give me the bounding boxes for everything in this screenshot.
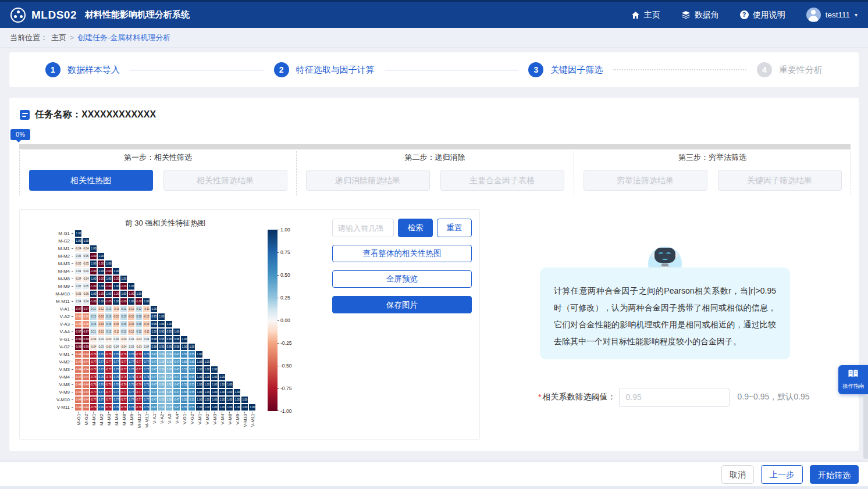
axis-tick <box>86 412 86 413</box>
nav-item-data-corner[interactable]: 数据角 <box>681 10 719 20</box>
axis-tick <box>72 399 73 400</box>
heatmap-cell: -0.97 <box>82 305 90 313</box>
heatmap-cell: 1.00 <box>226 396 233 404</box>
heatmap-cell: -0.44 <box>74 381 82 388</box>
heatmap-cell: -0.77 <box>120 396 127 404</box>
axis-tick <box>154 412 154 413</box>
heatmap-cell: 1.00 <box>105 275 112 283</box>
tab-correlation-filter-result[interactable]: 相关性筛选结果 <box>163 170 287 191</box>
heatmap-cell: 0.11 <box>120 305 127 313</box>
heatmap-cell: -0.36 <box>74 313 82 320</box>
heatmap-cell: 0.55 <box>188 358 195 366</box>
save-image-button[interactable]: 保存图片 <box>332 296 472 313</box>
heatmap-cell: 1.00 <box>203 388 211 396</box>
heatmap-cell: 0.47 <box>150 396 158 404</box>
heatmap-cell: 0.03 <box>127 335 135 343</box>
heatmap-cell: -1.00 <box>112 275 120 283</box>
fullscreen-preview-button[interactable]: 全屏预览 <box>332 270 472 288</box>
heatmap-cell: -1.00 <box>112 290 120 298</box>
threshold-input[interactable] <box>619 388 730 407</box>
heatmap-cell: 1.00 <box>90 260 97 267</box>
heatmap-cell: 1.00 <box>211 404 218 411</box>
heatmap-cell: 0.55 <box>180 373 188 381</box>
axis-tick <box>252 412 252 413</box>
heatmap-col-label: V-M10 <box>242 414 247 433</box>
previous-step-button[interactable]: 上一步 <box>761 465 803 484</box>
app-root: MLDS02 材料性能影响机理分析系统 主页 数据角 ? 使用说明 <box>0 0 868 489</box>
top-n-input[interactable] <box>332 219 394 237</box>
scrollbar-thumb[interactable] <box>863 396 868 459</box>
axis-tick <box>72 377 73 377</box>
heatmap-cell: 1.00 <box>211 396 218 404</box>
heatmap-row-label: V-A3 <box>44 322 70 327</box>
layers-icon <box>681 10 691 19</box>
heatmap-cell: -0.77 <box>90 366 97 373</box>
tab-key-factor-filter-result[interactable]: 关键因子筛选结果 <box>718 170 842 191</box>
group-correlation-filter: 第一步：相关性筛选 相关性热图 相关性筛选结果 <box>19 151 296 195</box>
axis-tick <box>72 256 73 256</box>
colorbar-tick-label: 0.00 <box>280 317 298 323</box>
progress-bar <box>19 144 851 149</box>
cancel-button[interactable]: 取消 <box>721 465 754 484</box>
heatmap-cell: 1.00 <box>211 366 218 373</box>
heatmap-cell: 0.47 <box>150 366 158 373</box>
heatmap-cell: 1.00 <box>195 381 203 388</box>
heatmap-cell: 1.00 <box>203 366 211 373</box>
reset-button[interactable]: 重置 <box>437 219 472 237</box>
heatmap-col-label: V-M4 <box>219 414 225 433</box>
heatmap-row-label: V-M11 <box>44 405 70 410</box>
main-panel: 任务名称：XXXXXXXXXXXX 0% 第一步：相关性筛选 相关性热图 相关性… <box>9 98 859 451</box>
heatmap-cell: -0.16 <box>127 320 135 328</box>
heatmap-cell: 1.00 <box>82 237 90 245</box>
colorbar-tick-label: -1.00 <box>280 408 298 413</box>
heatmap-cell: 1.00 <box>218 373 226 381</box>
heatmap-cell: -0.44 <box>82 358 90 366</box>
user-menu[interactable]: test111 ▾ <box>806 8 858 22</box>
heatmap-cell: 0.95 <box>150 313 158 320</box>
nav-item-home[interactable]: 主页 <box>631 10 660 20</box>
heatmap-cell: -0.76 <box>90 404 97 411</box>
footer-actions: 取消 上一步 开始筛选 <box>0 462 868 486</box>
axis-tick <box>72 354 73 355</box>
tab-main-alloy-factor-table[interactable]: 主要合金因子表格 <box>440 170 564 191</box>
heatmap-cell: 0.77 <box>127 358 135 366</box>
heatmap-col-label: V-M1 <box>197 414 202 433</box>
heatmap-cell: -0.99 <box>82 343 90 351</box>
heatmap-cell: 1.00 <box>173 328 180 335</box>
heatmap-cell: 0.77 <box>127 396 135 404</box>
tab-correlation-heatmap[interactable]: 相关性热图 <box>29 170 153 191</box>
tab-recursive-elimination-result[interactable]: 递归消除筛选结果 <box>306 170 430 191</box>
group-tabs: 相关性热图 相关性筛选结果 <box>20 170 296 191</box>
heatmap-cell: 0.76 <box>112 381 120 388</box>
breadcrumb-home[interactable]: 主页 <box>51 33 66 43</box>
axis-tick <box>78 412 79 413</box>
heatmap-cell: -1.00 <box>120 283 127 290</box>
heatmap-cell: 0.15 <box>120 313 127 320</box>
nav-item-help[interactable]: ? 使用说明 <box>740 10 785 20</box>
heatmap-card: 前 30 强相关性特征热图 1.001.001.00-0.04-0.041.00… <box>19 209 480 440</box>
axis-tick <box>229 412 230 413</box>
heatmap-cell: 0.95 <box>158 328 165 335</box>
tab-exhaustive-filter-result[interactable]: 穷举法筛选结果 <box>584 170 707 191</box>
heatmap-cell: 1.00 <box>150 305 158 313</box>
heatmap-cell: -1.00 <box>105 298 112 305</box>
colorbar-tick <box>278 343 279 344</box>
step-label: 重要性分析 <box>779 65 823 76</box>
heatmap-cell: 0.55 <box>180 388 188 396</box>
heatmap-row-label: V-A4 <box>44 329 70 334</box>
heatmap-cell: 0.47 <box>173 404 180 411</box>
heatmap-cell: 0.36 <box>158 381 165 388</box>
colorbar-tick <box>278 366 279 366</box>
heatmap-cell: 1.00 <box>97 252 105 260</box>
start-filter-button[interactable]: 开始筛选 <box>810 465 859 484</box>
search-button[interactable]: 检索 <box>398 219 433 237</box>
heatmap-cell: 0.77 <box>127 388 135 396</box>
axis-tick <box>108 412 109 413</box>
view-full-heatmap-button[interactable]: 查看整体的相关性热图 <box>332 245 472 262</box>
colorbar-tick <box>278 275 279 276</box>
heatmap-cell: 0.03 <box>97 335 105 343</box>
operation-guide-button[interactable]: 操作指南 <box>838 365 868 394</box>
step-1-data-import: 1 数据样本导入 <box>45 62 120 77</box>
heatmap-cell: -0.44 <box>82 388 90 396</box>
breadcrumb-current[interactable]: 创建任务-金属材料机理分析 <box>77 33 170 43</box>
